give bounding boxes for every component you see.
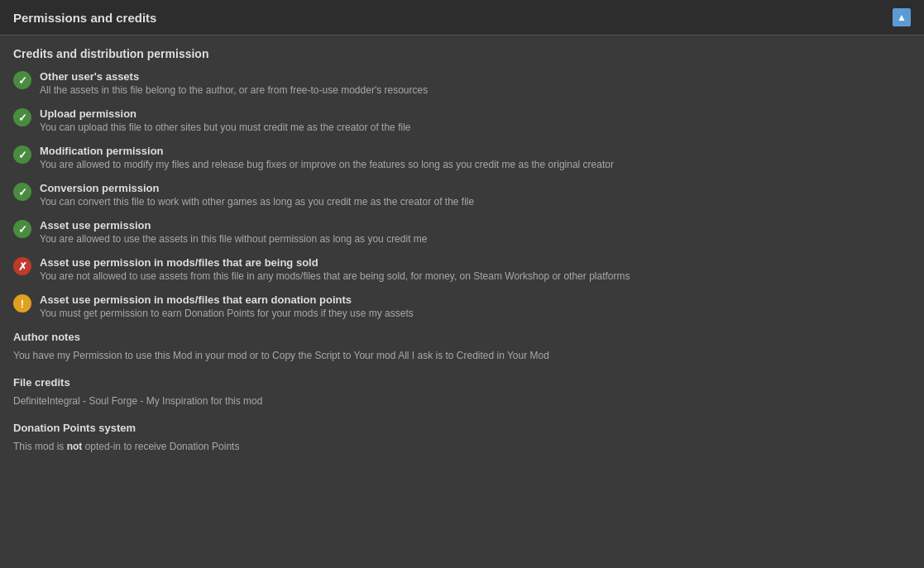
permission-item-modification: ✓Modification permissionYou are allowed … [13,145,911,170]
donation-points-section: Donation Points system This mod is not o… [13,422,911,454]
permission-icon-other-assets: ✓ [13,71,31,89]
permission-item-asset-use-donation: !Asset use permission in mods/files that… [13,294,911,319]
permission-title-asset-use: Asset use permission [40,219,427,231]
permission-icon-asset-use: ✓ [13,220,31,238]
permission-desc-conversion: You can convert this file to work with o… [40,196,474,208]
donation-points-text: This mod is not opted-in to receive Dona… [13,439,911,454]
permission-icon-conversion: ✓ [13,183,31,201]
file-credits-title: File credits [13,376,911,389]
permission-desc-asset-use-donation: You must get permission to earn Donation… [40,308,414,319]
donation-text-bold: not [67,441,83,452]
permission-item-asset-use-sold: ✗Asset use permission in mods/files that… [13,256,911,282]
header: Permissions and credits ▲ [0,0,924,36]
file-credits-text: DefiniteIntegral - Soul Forge - My Inspi… [13,394,911,408]
donation-points-title: Donation Points system [13,422,911,434]
permission-title-upload: Upload permission [40,107,410,120]
permission-icon-modification: ✓ [13,146,31,164]
permission-desc-asset-use-sold: You are not allowed to use assets from t… [40,270,630,282]
permission-icon-upload: ✓ [13,108,31,126]
file-credits-section: File credits DefiniteIntegral - Soul For… [13,376,911,408]
author-notes-text: You have my Permission to use this Mod i… [13,348,911,363]
permission-title-asset-use-donation: Asset use permission in mods/files that … [40,294,414,306]
permission-desc-asset-use: You are allowed to use the assets in thi… [40,233,427,245]
permission-title-modification: Modification permission [40,145,614,157]
permission-title-asset-use-sold: Asset use permission in mods/files that … [40,256,630,269]
permission-icon-asset-use-sold: ✗ [13,257,31,275]
permission-item-upload: ✓Upload permissionYou can upload this fi… [13,107,911,133]
credits-section-title: Credits and distribution permission [13,47,911,60]
permission-desc-other-assets: All the assets in this file belong to th… [40,84,428,96]
permission-desc-upload: You can upload this file to other sites … [40,122,410,133]
permission-item-asset-use: ✓Asset use permissionYou are allowed to … [13,219,911,245]
permissions-list: ✓Other user's assetsAll the assets in th… [13,70,911,319]
permission-icon-asset-use-donation: ! [13,294,31,313]
permission-item-other-assets: ✓Other user's assetsAll the assets in th… [13,70,911,96]
permission-title-other-assets: Other user's assets [40,70,428,83]
permission-item-conversion: ✓Conversion permissionYou can convert th… [13,182,911,208]
permission-title-conversion: Conversion permission [40,182,474,194]
author-notes-title: Author notes [13,331,911,343]
donation-text-after: opted-in to receive Donation Points [82,441,239,452]
permission-desc-modification: You are allowed to modify my files and r… [40,159,614,170]
collapse-button[interactable]: ▲ [893,8,911,26]
header-title: Permissions and credits [13,11,156,25]
donation-text-before: This mod is [13,441,67,452]
author-notes-section: Author notes You have my Permission to u… [13,331,911,363]
content-area: Credits and distribution permission ✓Oth… [0,36,924,479]
